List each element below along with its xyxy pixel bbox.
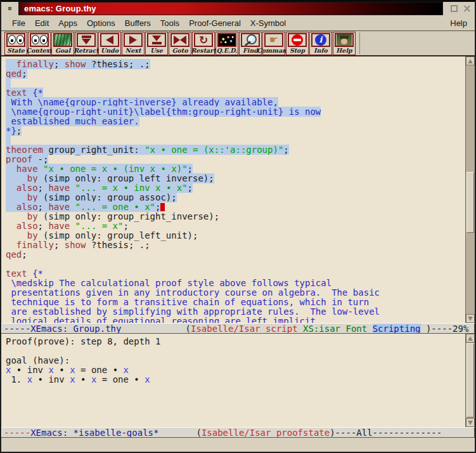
menu-x-symbol[interactable]: X-Symbol	[250, 18, 286, 28]
toolbar-button-command[interactable]: Command	[262, 32, 285, 55]
script-line[interactable]: by (simp only: group_right_inverse);	[6, 212, 465, 221]
toolbar-button-state[interactable]: State	[4, 32, 27, 55]
toolbar-icon-frame	[170, 33, 190, 47]
script-line[interactable]: also; have "... = x";	[6, 221, 465, 231]
goals-scrollbar[interactable]	[465, 334, 475, 427]
script-line[interactable]: theorem group_right_unit: "x • one = (x:…	[6, 145, 465, 155]
goals-line[interactable]: 1. x • inv x • x = one • x	[6, 375, 465, 384]
script-line[interactable]: With \name{group-right-inverse} already …	[6, 98, 465, 107]
text-segment: (	[121, 324, 191, 334]
script-scrollbar[interactable]	[465, 56, 475, 323]
toolbar-button-stop[interactable]: Stop	[286, 32, 309, 55]
script-line[interactable]	[6, 136, 465, 145]
text-segment: -;	[32, 154, 48, 164]
toolbar-icon-frame	[30, 33, 49, 47]
text-segment: goal (have):	[6, 355, 70, 365]
script-line[interactable]: \medskip The calculational proof style a…	[6, 279, 465, 288]
text-segment: have	[16, 164, 38, 174]
menu-tools[interactable]: Tools	[160, 18, 179, 28]
menu-buffers[interactable]: Buffers	[125, 18, 151, 28]
goals-buffer[interactable]: Proof(prove): step 8, depth 1goal (have)…	[1, 334, 465, 427]
toolbar-button-use[interactable]: Use	[145, 32, 168, 55]
menu-file[interactable]: File	[12, 18, 25, 28]
scroll-up-button[interactable]	[466, 56, 475, 65]
script-line[interactable]: \name{group-right-unit}\label{thm:group-…	[6, 107, 465, 117]
toolbar-button-restart[interactable]: Restart	[192, 32, 215, 55]
text-segment: qed	[6, 249, 22, 259]
goals-line[interactable]	[6, 346, 465, 356]
goals-modeline[interactable]: -----XEmacs: *isabelle-goals* (Isabelle/…	[1, 427, 475, 438]
text-segment: {*	[32, 88, 43, 98]
toolbar-button-next[interactable]: Next	[122, 32, 145, 55]
script-line[interactable]: by (simp only: group_left_unit);	[6, 231, 465, 240]
script-line[interactable]: *};	[6, 126, 465, 136]
menu-edit[interactable]: Edit	[35, 18, 49, 28]
toolbar-button-context[interactable]: Context	[28, 32, 51, 55]
goals-scrollbar-trough[interactable]	[466, 343, 475, 418]
script-buffer[interactable]: finally; show ?thesis; .;qed; text {* Wi…	[1, 56, 465, 323]
script-line[interactable]: text {*	[6, 88, 465, 98]
script-line[interactable]: qed;	[6, 250, 465, 259]
goals-scroll-down-button[interactable]	[466, 418, 475, 427]
goals-line[interactable]: Proof(prove): step 8, depth 1	[6, 337, 465, 346]
script-line[interactable]: logical details of equational reasoning …	[6, 317, 465, 323]
line-text: text {*	[6, 88, 43, 98]
script-modeline[interactable]: -----XEmacs: Group.thy (Isabelle/Isar sc…	[1, 323, 475, 334]
toolbar-button-help[interactable]: Help	[333, 32, 356, 55]
toolbar-button-goto[interactable]: Goto	[169, 32, 191, 55]
script-line[interactable]: presentations given in any introductory …	[6, 288, 465, 298]
line-text: by (simp only: group_left_inverse);	[6, 173, 214, 183]
script-line[interactable]: also; have "... = one • x";	[6, 202, 465, 212]
script-line[interactable]: technique is to form a transitive chain …	[6, 298, 465, 307]
titlebar-gradient[interactable]: emacs: Group.thy	[18, 2, 443, 15]
script-scrollbar-thumb[interactable]	[466, 172, 474, 233]
toolbar-button-retract[interactable]: Retract	[75, 32, 98, 55]
script-line[interactable]: qed;	[6, 69, 465, 79]
script-line[interactable]: established much easier.	[6, 117, 465, 126]
modeline-text[interactable]: -----XEmacs: *isabelle-goals* (Isabelle/…	[4, 428, 475, 437]
toolbar-button-undo[interactable]: Undo	[98, 32, 121, 55]
maximize-button[interactable]	[451, 5, 458, 12]
text-segment	[6, 202, 16, 212]
script-scrollbar-trough[interactable]	[466, 65, 475, 314]
text-segment: ;	[16, 126, 22, 136]
menu-proof-general[interactable]: Proof-General	[189, 18, 241, 28]
goals-line[interactable]: x • inv x • x = one • x	[6, 365, 465, 375]
script-line[interactable]: finally; show ?thesis; .;	[6, 60, 465, 69]
script-line[interactable]: by (simp only: group_left_inverse);	[6, 174, 465, 183]
line-text: by (simp only: group_right_inverse);	[6, 211, 219, 221]
text-segment: have	[48, 221, 70, 231]
close-button[interactable]: ×	[463, 5, 472, 12]
script-line[interactable]	[6, 79, 465, 88]
modeline-text[interactable]: -----XEmacs: Group.thy (Isabelle/Isar sc…	[4, 324, 475, 333]
text-segment: • inv	[32, 374, 70, 384]
menu-help[interactable]: Help	[450, 18, 467, 28]
menu-options[interactable]: Options	[87, 18, 115, 28]
text-segment	[6, 173, 27, 183]
menu-apps[interactable]: Apps	[58, 18, 77, 28]
script-line[interactable]: have "x • one = x • (inv x • x)";	[6, 164, 465, 174]
window-menu-icon	[8, 7, 11, 10]
script-line[interactable]: finally; show ?thesis; .;	[6, 240, 465, 250]
window-menu-button[interactable]	[1, 2, 18, 15]
script-line[interactable]: text {*	[6, 269, 465, 279]
script-line[interactable]	[6, 259, 465, 269]
goals-line[interactable]: goal (have):	[6, 356, 465, 365]
script-line[interactable]: are established by simplifying with appr…	[6, 307, 465, 317]
next-triangle-icon	[129, 36, 137, 44]
toolbar-button-info[interactable]: Info	[309, 32, 332, 55]
script-line[interactable]: also; have "... = x • inv x • x";	[6, 183, 465, 193]
script-line[interactable]: by (simp only: group_assoc);	[6, 193, 465, 202]
toolbar-button-q-e-d[interactable]: Q.E.D.	[215, 32, 238, 55]
text-segment: by	[27, 211, 38, 221]
text-segment	[70, 221, 75, 231]
goals-scrollbar-thumb[interactable]	[466, 343, 474, 417]
toolbar-button-goal[interactable]: Goal	[51, 32, 74, 55]
goals-scroll-up-button[interactable]	[466, 334, 475, 343]
minibuffer-echo-area[interactable]	[1, 438, 475, 452]
script-line[interactable]: proof -;	[6, 155, 465, 164]
toolbar-icon-frame	[217, 33, 236, 47]
text-segment: x	[145, 374, 150, 384]
qed-fireworks-icon	[219, 34, 235, 46]
scroll-down-button[interactable]	[466, 314, 475, 323]
